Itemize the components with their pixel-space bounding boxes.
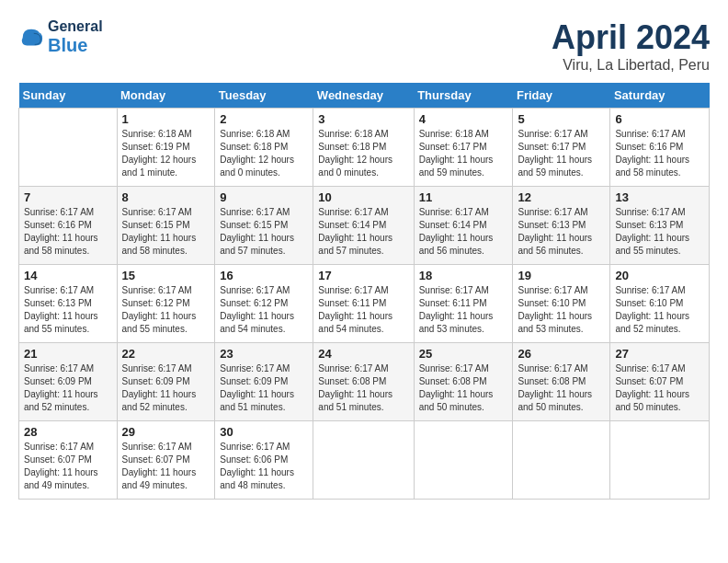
day-number: 16 (220, 269, 308, 282)
day-number: 26 (518, 347, 605, 361)
day-number: 23 (220, 347, 308, 361)
day-number: 28 (24, 425, 112, 439)
weekday-header: Monday (117, 83, 215, 109)
logo-general: General (48, 18, 103, 35)
day-info: Sunrise: 6:18 AMSunset: 6:19 PMDaylight:… (122, 128, 210, 179)
calendar-cell: 30Sunrise: 6:17 AMSunset: 6:06 PMDayligh… (215, 421, 313, 500)
day-info: Sunrise: 6:17 AMSunset: 6:17 PMDaylight:… (518, 128, 605, 179)
weekday-header: Sunday (19, 83, 118, 109)
calendar-cell: 21Sunrise: 6:17 AMSunset: 6:09 PMDayligh… (19, 343, 118, 421)
calendar-cell (414, 421, 513, 500)
calendar-week-row: 7Sunrise: 6:17 AMSunset: 6:16 PMDaylight… (19, 187, 710, 265)
calendar-cell: 7Sunrise: 6:17 AMSunset: 6:16 PMDaylight… (19, 187, 118, 265)
day-info: Sunrise: 6:17 AMSunset: 6:13 PMDaylight:… (518, 206, 605, 258)
day-info: Sunrise: 6:17 AMSunset: 6:10 PMDaylight:… (615, 284, 704, 336)
day-number: 29 (122, 425, 210, 439)
month-year: April 2024 (552, 18, 710, 57)
day-info: Sunrise: 6:17 AMSunset: 6:07 PMDaylight:… (24, 441, 112, 492)
day-number: 13 (615, 190, 704, 204)
calendar-cell: 6Sunrise: 6:17 AMSunset: 6:16 PMDaylight… (610, 109, 710, 187)
day-number: 9 (220, 190, 308, 204)
day-info: Sunrise: 6:17 AMSunset: 6:15 PMDaylight:… (122, 206, 210, 258)
day-info: Sunrise: 6:18 AMSunset: 6:18 PMDaylight:… (220, 128, 308, 179)
calendar-cell: 17Sunrise: 6:17 AMSunset: 6:11 PMDayligh… (313, 265, 414, 343)
day-info: Sunrise: 6:18 AMSunset: 6:18 PMDaylight:… (318, 128, 408, 179)
day-info: Sunrise: 6:17 AMSunset: 6:09 PMDaylight:… (24, 362, 112, 414)
day-info: Sunrise: 6:17 AMSunset: 6:14 PMDaylight:… (419, 206, 508, 258)
day-number: 20 (615, 269, 704, 282)
day-number: 11 (419, 190, 508, 204)
day-number: 22 (122, 347, 210, 361)
day-number: 7 (24, 190, 112, 204)
calendar-cell: 20Sunrise: 6:17 AMSunset: 6:10 PMDayligh… (610, 265, 710, 343)
logo-text: General Blue (48, 18, 103, 55)
weekday-header: Thursday (414, 83, 513, 109)
page-header: General Blue April 2024 Viru, La Liberta… (18, 18, 710, 74)
day-info: Sunrise: 6:17 AMSunset: 6:14 PMDaylight:… (318, 206, 408, 258)
day-info: Sunrise: 6:17 AMSunset: 6:08 PMDaylight:… (518, 362, 605, 414)
day-info: Sunrise: 6:17 AMSunset: 6:13 PMDaylight:… (615, 206, 704, 258)
day-info: Sunrise: 6:17 AMSunset: 6:08 PMDaylight:… (318, 362, 408, 414)
calendar-week-row: 21Sunrise: 6:17 AMSunset: 6:09 PMDayligh… (19, 343, 710, 421)
calendar-cell: 25Sunrise: 6:17 AMSunset: 6:08 PMDayligh… (414, 343, 513, 421)
day-number: 3 (318, 112, 408, 126)
calendar-cell (610, 421, 710, 500)
calendar-cell: 14Sunrise: 6:17 AMSunset: 6:13 PMDayligh… (19, 265, 118, 343)
calendar-cell: 4Sunrise: 6:18 AMSunset: 6:17 PMDaylight… (414, 109, 513, 187)
logo: General Blue (18, 18, 103, 55)
day-info: Sunrise: 6:17 AMSunset: 6:09 PMDaylight:… (220, 362, 308, 414)
title-block: April 2024 Viru, La Libertad, Peru (552, 18, 710, 74)
day-number: 14 (24, 269, 112, 282)
calendar-cell (313, 421, 414, 500)
day-number: 8 (122, 190, 210, 204)
day-number: 5 (518, 112, 605, 126)
day-info: Sunrise: 6:17 AMSunset: 6:15 PMDaylight:… (220, 206, 308, 258)
logo-blue: Blue (48, 35, 103, 55)
weekday-header: Tuesday (215, 83, 313, 109)
calendar-cell: 5Sunrise: 6:17 AMSunset: 6:17 PMDaylight… (513, 109, 610, 187)
day-info: Sunrise: 6:17 AMSunset: 6:16 PMDaylight:… (24, 206, 112, 258)
weekday-header: Saturday (610, 83, 710, 109)
day-info: Sunrise: 6:17 AMSunset: 6:12 PMDaylight:… (122, 284, 210, 336)
calendar-cell: 23Sunrise: 6:17 AMSunset: 6:09 PMDayligh… (215, 343, 313, 421)
day-number: 25 (419, 347, 508, 361)
calendar-cell (513, 421, 610, 500)
day-number: 1 (122, 112, 210, 126)
day-info: Sunrise: 6:17 AMSunset: 6:10 PMDaylight:… (518, 284, 605, 336)
day-number: 18 (419, 269, 508, 282)
day-number: 27 (615, 347, 704, 361)
day-info: Sunrise: 6:17 AMSunset: 6:16 PMDaylight:… (615, 128, 704, 179)
day-info: Sunrise: 6:18 AMSunset: 6:17 PMDaylight:… (419, 128, 508, 179)
calendar-cell: 16Sunrise: 6:17 AMSunset: 6:12 PMDayligh… (215, 265, 313, 343)
weekday-header: Wednesday (313, 83, 414, 109)
day-number: 10 (318, 190, 408, 204)
day-number: 15 (122, 269, 210, 282)
weekday-header-row: SundayMondayTuesdayWednesdayThursdayFrid… (19, 83, 710, 109)
calendar-cell: 27Sunrise: 6:17 AMSunset: 6:07 PMDayligh… (610, 343, 710, 421)
day-info: Sunrise: 6:17 AMSunset: 6:12 PMDaylight:… (220, 284, 308, 336)
day-number: 6 (615, 112, 704, 126)
day-info: Sunrise: 6:17 AMSunset: 6:06 PMDaylight:… (220, 441, 308, 492)
location: Viru, La Libertad, Peru (552, 57, 710, 74)
calendar-cell: 13Sunrise: 6:17 AMSunset: 6:13 PMDayligh… (610, 187, 710, 265)
calendar-week-row: 1Sunrise: 6:18 AMSunset: 6:19 PMDaylight… (19, 109, 710, 187)
calendar-cell: 15Sunrise: 6:17 AMSunset: 6:12 PMDayligh… (117, 265, 215, 343)
calendar-week-row: 14Sunrise: 6:17 AMSunset: 6:13 PMDayligh… (19, 265, 710, 343)
day-number: 30 (220, 425, 308, 439)
calendar-cell: 9Sunrise: 6:17 AMSunset: 6:15 PMDaylight… (215, 187, 313, 265)
logo-icon (18, 25, 44, 51)
calendar-cell: 26Sunrise: 6:17 AMSunset: 6:08 PMDayligh… (513, 343, 610, 421)
calendar-cell: 22Sunrise: 6:17 AMSunset: 6:09 PMDayligh… (117, 343, 215, 421)
calendar-cell: 11Sunrise: 6:17 AMSunset: 6:14 PMDayligh… (414, 187, 513, 265)
day-number: 19 (518, 269, 605, 282)
weekday-header: Friday (513, 83, 610, 109)
calendar-cell (19, 109, 118, 187)
calendar-cell: 2Sunrise: 6:18 AMSunset: 6:18 PMDaylight… (215, 109, 313, 187)
calendar-cell: 1Sunrise: 6:18 AMSunset: 6:19 PMDaylight… (117, 109, 215, 187)
calendar-cell: 19Sunrise: 6:17 AMSunset: 6:10 PMDayligh… (513, 265, 610, 343)
day-info: Sunrise: 6:17 AMSunset: 6:09 PMDaylight:… (122, 362, 210, 414)
day-info: Sunrise: 6:17 AMSunset: 6:07 PMDaylight:… (615, 362, 704, 414)
calendar-week-row: 28Sunrise: 6:17 AMSunset: 6:07 PMDayligh… (19, 421, 710, 500)
calendar-cell: 18Sunrise: 6:17 AMSunset: 6:11 PMDayligh… (414, 265, 513, 343)
calendar-cell: 29Sunrise: 6:17 AMSunset: 6:07 PMDayligh… (117, 421, 215, 500)
